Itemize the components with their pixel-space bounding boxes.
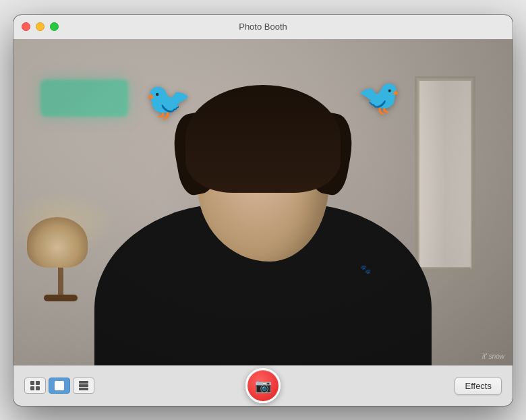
view-single-button[interactable]: [49, 378, 70, 394]
svg-rect-6: [79, 384, 88, 387]
effects-button[interactable]: Effects: [455, 377, 502, 395]
photo-booth-window: Photo Booth 🐾: [13, 15, 513, 406]
view-grid4-button[interactable]: [24, 378, 46, 394]
close-button[interactable]: [22, 22, 30, 31]
svg-rect-3: [36, 386, 40, 390]
strip-icon: [78, 380, 89, 391]
hair-top: [185, 85, 341, 193]
toolbar: 📷 Effects: [13, 365, 513, 406]
single-icon: [54, 380, 65, 391]
watermark: it' snow: [482, 353, 504, 360]
bird-1: 🐦: [145, 83, 192, 120]
window-controls: [22, 22, 59, 31]
camera-view: 🐾 🐦 🐦 🐦 it' snow: [13, 39, 513, 365]
maximize-button[interactable]: [50, 22, 59, 31]
capture-button[interactable]: 📷: [245, 368, 281, 403]
svg-rect-7: [79, 388, 88, 390]
grid4-icon: [30, 380, 40, 391]
svg-rect-4: [55, 381, 64, 390]
svg-rect-0: [30, 381, 34, 385]
svg-rect-1: [36, 381, 40, 385]
scene-background: 🐾: [13, 39, 513, 365]
titlebar: Photo Booth: [13, 15, 513, 39]
view-controls: [24, 378, 94, 394]
view-strip-button[interactable]: [73, 378, 94, 394]
minimize-button[interactable]: [36, 22, 45, 31]
window-title: Photo Booth: [239, 22, 287, 32]
camera-icon: 📷: [255, 378, 272, 394]
capture-btn-container: 📷: [245, 368, 281, 403]
bird-3: 🐦: [357, 80, 401, 115]
svg-rect-5: [79, 381, 88, 384]
svg-rect-2: [30, 386, 34, 390]
